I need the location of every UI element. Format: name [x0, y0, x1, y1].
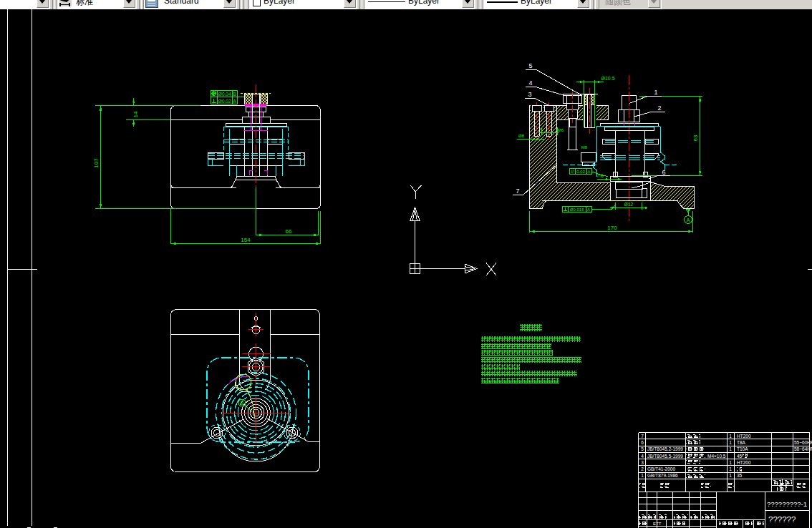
- svg-text:M8: M8: [581, 145, 588, 150]
- svg-text:5: 5: [641, 446, 644, 451]
- svg-text:Ø10.5: Ø10.5: [601, 76, 614, 81]
- svg-text:A: A: [587, 170, 590, 174]
- svg-text:M4×10.5: M4×10.5: [707, 454, 726, 459]
- svg-text:A: A: [587, 207, 590, 212]
- svg-text:??????: ??????: [768, 515, 796, 524]
- svg-text:107: 107: [93, 158, 100, 168]
- svg-text:0.02: 0.02: [576, 170, 585, 174]
- svg-text:55~60HRC: 55~60HRC: [794, 440, 812, 445]
- svg-text:A: A: [687, 217, 690, 223]
- svg-text:Ø12: Ø12: [624, 202, 634, 207]
- svg-text:Ø0.04: Ø0.04: [218, 92, 231, 97]
- svg-text:35: 35: [737, 473, 743, 478]
- svg-text:6: 6: [662, 169, 665, 176]
- svg-text:2: 2: [657, 104, 661, 112]
- svg-text:M6: M6: [558, 128, 564, 132]
- svg-text:5: 5: [528, 62, 532, 69]
- svg-text:1: 1: [729, 460, 732, 465]
- svg-text:1: 1: [729, 446, 732, 451]
- svg-text:?????????-1: ?????????-1: [767, 500, 807, 508]
- svg-text:1: 1: [729, 440, 732, 445]
- svg-text:Ø0.015: Ø0.015: [570, 207, 584, 212]
- svg-text:154: 154: [241, 237, 251, 243]
- svg-text:4: 4: [641, 454, 644, 459]
- svg-text:66: 66: [286, 228, 292, 235]
- svg-text:B: B: [241, 401, 244, 406]
- svg-text:HT200: HT200: [737, 434, 751, 439]
- svg-text:1: 1: [729, 473, 732, 478]
- svg-text:Ø0.02: Ø0.02: [218, 99, 231, 104]
- svg-text:1: 1: [641, 473, 644, 478]
- svg-text:4: 4: [528, 79, 532, 87]
- svg-text:JB/T8045.5-1999: JB/T8045.5-1999: [647, 454, 683, 459]
- svg-text:63: 63: [692, 135, 699, 141]
- svg-text:6: 6: [641, 440, 644, 445]
- svg-text:ETT: ETT: [653, 522, 662, 526]
- svg-text:3: 3: [641, 460, 644, 465]
- svg-text:1: 1: [654, 89, 657, 96]
- svg-text:7: 7: [516, 187, 519, 195]
- svg-text:2: 2: [641, 466, 644, 471]
- svg-text:1: 1: [729, 466, 732, 471]
- svg-text:B: B: [233, 92, 236, 97]
- svg-text:T8A: T8A: [737, 440, 746, 445]
- svg-text:58~64HRC: 58~64HRC: [794, 446, 812, 451]
- svg-text://: //: [571, 169, 574, 174]
- svg-text:7: 7: [641, 434, 644, 439]
- svg-text:1: 1: [729, 434, 732, 439]
- svg-text:45: 45: [737, 454, 743, 459]
- svg-text:T10A: T10A: [737, 446, 748, 451]
- svg-text:GB/T41-2000: GB/T41-2000: [647, 466, 675, 471]
- svg-text:A: A: [233, 99, 237, 104]
- svg-text:GB/T879-1986: GB/T879-1986: [647, 473, 678, 478]
- svg-text:Ø8: Ø8: [518, 134, 525, 138]
- svg-text:HT200: HT200: [737, 460, 751, 465]
- svg-text:170: 170: [607, 225, 617, 231]
- svg-text:JB/T8045.2-1999: JB/T8045.2-1999: [647, 446, 683, 451]
- svg-text:14: 14: [132, 111, 139, 117]
- svg-text:3: 3: [528, 91, 531, 98]
